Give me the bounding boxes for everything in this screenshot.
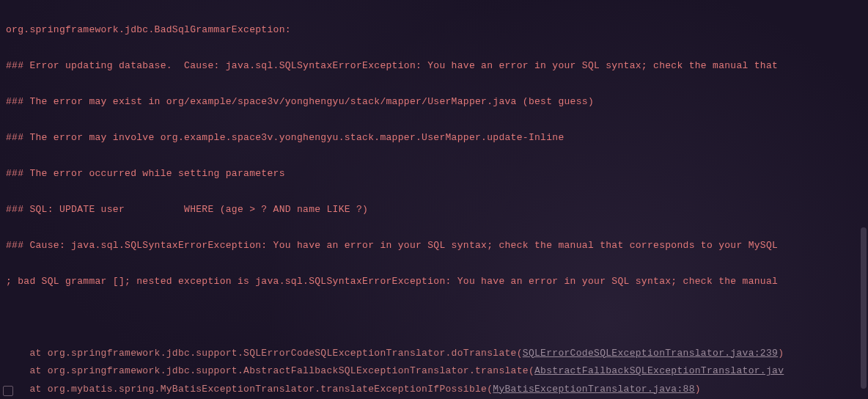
stack-frame: at org.springframework.jdbc.support.SQLE… (6, 345, 862, 363)
blank-line (6, 309, 862, 327)
exception-header: org.springframework.jdbc.BadSqlGrammarEx… (6, 21, 862, 40)
source-link[interactable]: AbstractFallbackSQLExceptionTranslator.j… (534, 365, 784, 376)
error-line: ### SQL: UPDATE user WHERE (age > ? AND … (6, 201, 862, 219)
source-link[interactable]: MyBatisExceptionTranslator.java:88 (493, 384, 694, 395)
stack-frame-text: ) (695, 384, 701, 395)
stack-frame-text: at org.springframework.jdbc.support.Abst… (6, 365, 534, 376)
error-line: ; bad SQL grammar []; nested exception i… (6, 273, 862, 291)
error-line: ### Error updating database. Cause: java… (6, 57, 862, 76)
error-line: ### The error may exist in org/example/s… (6, 93, 862, 111)
soft-wrap-icon[interactable] (3, 386, 13, 396)
error-line: ### The error may involve org.example.sp… (6, 129, 862, 147)
error-line: ### The error occurred while setting par… (6, 165, 862, 183)
vertical-scrollbar[interactable] (861, 227, 867, 389)
stack-frame: at org.mybatis.spring.MyBatisExceptionTr… (6, 381, 862, 399)
error-line: ### Cause: java.sql.SQLSyntaxErrorExcept… (6, 237, 862, 255)
console-output: org.springframework.jdbc.BadSqlGrammarEx… (0, 0, 868, 399)
stack-frame-text: at org.springframework.jdbc.support.SQLE… (6, 348, 523, 359)
stack-frame-text: at org.mybatis.spring.MyBatisExceptionTr… (6, 384, 493, 395)
stack-frame: at org.springframework.jdbc.support.Abst… (6, 362, 862, 381)
stack-frame-text: ) (778, 348, 784, 359)
source-link[interactable]: SQLErrorCodeSQLExceptionTranslator.java:… (523, 348, 778, 359)
